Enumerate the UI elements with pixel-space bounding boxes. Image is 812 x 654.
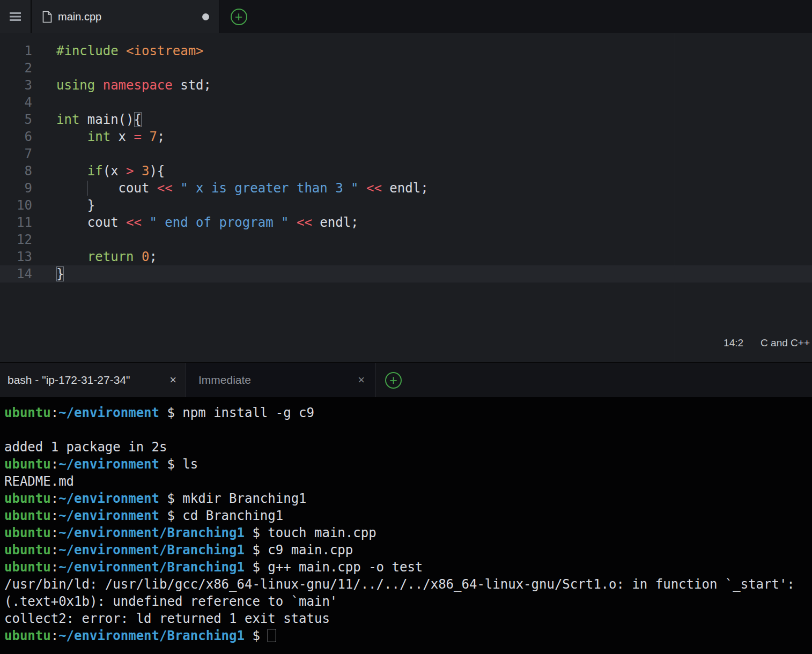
terminal-tab-label: bash - "ip-172-31-27-34" [8, 374, 130, 387]
code-line-12[interactable] [38, 231, 812, 248]
gutter-line-4[interactable]: 4 [0, 94, 38, 111]
terminal-line-5: README.md [4, 473, 808, 490]
code-line-13[interactable]: return 0; [38, 248, 812, 265]
editor-status-bar: 14:2 C and C++ [724, 335, 810, 352]
terminal-tab-immediate[interactable]: Immediate × [185, 363, 376, 397]
code-token [119, 43, 126, 58]
terminal-line-8: ubuntu:~/environment/Branching1 $ touch … [4, 524, 808, 541]
code-token: namespace [103, 78, 173, 93]
gutter-line-14[interactable]: 14 [0, 265, 38, 283]
terminal-line-4: ubuntu:~/environment $ ls [4, 456, 808, 473]
code-token: } [56, 198, 95, 213]
terminal-token: /usr/bin/ld: /usr/lib/gcc/x86_64-linux-g… [4, 577, 795, 592]
code-token: if [87, 164, 103, 179]
gutter-line-2[interactable]: 2 [0, 60, 38, 77]
line-number-gutter[interactable]: 1234567891011121314 [0, 33, 38, 362]
terminal-tab-bash[interactable]: bash - "ip-172-31-27-34" × [0, 363, 185, 397]
code-token: (x [103, 164, 126, 179]
terminal-token: ~/environment/Branching1 [58, 560, 245, 575]
terminal-token: : [51, 491, 58, 506]
code-editor[interactable]: 1234567891011121314 #include <iostream>u… [0, 33, 812, 362]
terminal-line-7: ubuntu:~/environment $ cd Branching1 [4, 507, 808, 524]
code-token: int [56, 112, 79, 127]
code-line-1[interactable]: #include <iostream> [38, 42, 812, 60]
code-line-7[interactable] [38, 145, 812, 162]
terminal-token: : [51, 628, 58, 643]
terminal-token: : [51, 542, 58, 558]
code-token: << [126, 215, 142, 230]
gutter-line-1[interactable]: 1 [0, 42, 38, 60]
gutter-line-12[interactable]: 12 [0, 231, 38, 248]
code-token [56, 129, 87, 144]
terminal-token: : [51, 457, 58, 472]
gutter-line-8[interactable]: 8 [0, 162, 38, 180]
code-token: cout [56, 181, 157, 196]
close-icon[interactable]: × [358, 374, 365, 386]
code-token: endl; [382, 181, 429, 196]
terminal-token: $ [159, 405, 182, 420]
terminal-line-6: ubuntu:~/environment $ mkdir Branching1 [4, 490, 808, 507]
code-area[interactable]: #include <iostream>using namespace std;i… [38, 33, 812, 362]
terminal-line-13: collect2: error: ld returned 1 exit stat… [4, 610, 808, 627]
tab-label: main.cpp [58, 11, 101, 23]
terminal-token: c9 main.cpp [268, 542, 353, 558]
code-token: > [126, 164, 134, 179]
terminal-token: ~/environment/Branching1 [58, 542, 245, 558]
code-line-9[interactable]: cout << " x is greater than 3 " << endl; [38, 180, 812, 197]
terminal-token: touch main.cpp [268, 525, 376, 540]
code-token: << [366, 181, 382, 196]
terminal-line-10: ubuntu:~/environment/Branching1 $ g++ ma… [4, 559, 808, 576]
code-line-5[interactable]: int main(){ [38, 111, 812, 128]
terminal-token: ubuntu [4, 525, 51, 540]
terminal-line-14: ubuntu:~/environment/Branching1 $ [4, 627, 808, 644]
terminal-token: ~/environment [58, 457, 159, 472]
gutter-line-13[interactable]: 13 [0, 248, 38, 265]
terminal-line-1: ubuntu:~/environment $ npm install -g c9 [4, 404, 808, 421]
gutter-line-10[interactable]: 10 [0, 197, 38, 214]
code-token: = [134, 129, 142, 144]
terminal-token: : [51, 405, 58, 420]
terminal-token: $ [245, 560, 268, 575]
gutter-line-11[interactable]: 11 [0, 214, 38, 231]
hamburger-icon [10, 12, 21, 21]
code-token: #include [56, 43, 119, 58]
terminal-token: : [51, 560, 58, 575]
code-line-4[interactable] [38, 94, 812, 111]
terminal-line-12: (.text+0x1b): undefined reference to `ma… [4, 593, 808, 610]
terminal-token: ubuntu [4, 560, 51, 575]
gutter-line-5[interactable]: 5 [0, 111, 38, 128]
gutter-line-7[interactable]: 7 [0, 145, 38, 162]
new-terminal-tab-button[interactable]: + [385, 363, 402, 397]
new-editor-tab-button[interactable]: + [219, 0, 258, 33]
code-token [142, 215, 149, 230]
code-line-2[interactable] [38, 60, 812, 77]
code-line-8[interactable]: if(x > 3){ [38, 162, 812, 180]
editor-menu-button[interactable] [0, 0, 32, 33]
code-line-14[interactable]: } [38, 265, 812, 283]
terminal-output[interactable]: ubuntu:~/environment $ npm install -g c9… [0, 397, 812, 654]
code-line-10[interactable]: } [38, 197, 812, 214]
close-icon[interactable]: × [169, 374, 176, 386]
terminal-token: ubuntu [4, 405, 51, 420]
terminal-token: ~/environment/Branching1 [58, 628, 245, 643]
terminal-token: ubuntu [4, 628, 51, 643]
code-token [134, 249, 142, 264]
plus-icon: + [385, 372, 402, 389]
tab-main-cpp[interactable]: main.cpp [32, 0, 219, 33]
code-token: return [87, 249, 134, 264]
editor-tab-bar: main.cpp + [0, 0, 812, 33]
code-line-11[interactable]: cout << " end of program " << endl; [38, 214, 812, 231]
code-token: 3 [142, 164, 149, 179]
gutter-line-9[interactable]: 9 [0, 180, 38, 197]
terminal-line-9: ubuntu:~/environment/Branching1 $ c9 mai… [4, 541, 808, 559]
code-token: ; [157, 129, 165, 144]
gutter-line-6[interactable]: 6 [0, 128, 38, 145]
code-token: <iostream> [126, 43, 204, 58]
cursor-position: 14:2 [724, 335, 743, 352]
terminal-token: (.text+0x1b): undefined reference to `ma… [4, 594, 337, 609]
terminal-tab-label: Immediate [198, 374, 251, 387]
code-line-3[interactable]: using namespace std; [38, 77, 812, 94]
gutter-line-3[interactable]: 3 [0, 77, 38, 94]
terminal-token: : [51, 508, 58, 523]
code-line-6[interactable]: int x = 7; [38, 128, 812, 145]
